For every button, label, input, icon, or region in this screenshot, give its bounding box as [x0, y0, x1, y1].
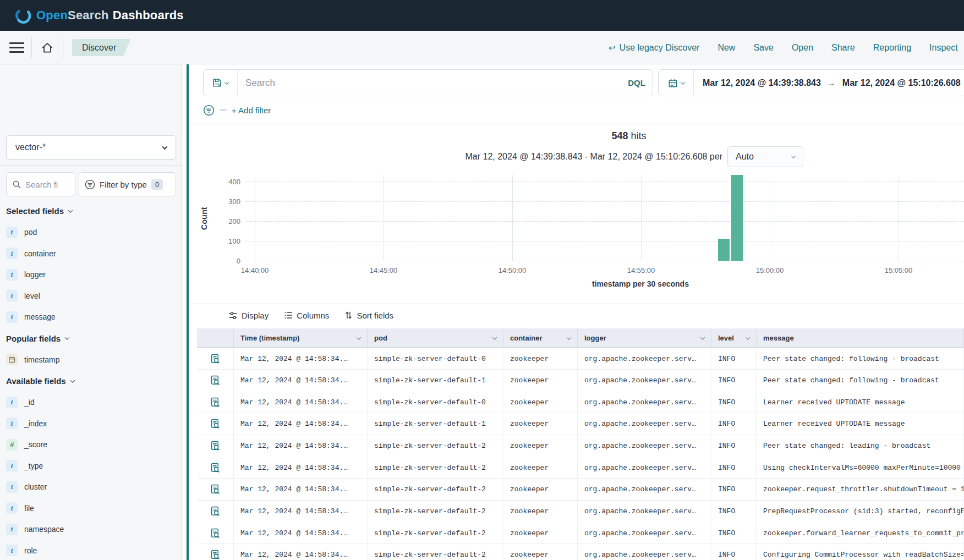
field-item-level[interactable]: tlevel — [6, 286, 179, 307]
add-filter-button[interactable]: + Add filter — [232, 106, 271, 115]
date-quick-select-button[interactable] — [659, 70, 694, 96]
field-section-available-fields[interactable]: Available fields — [6, 370, 179, 392]
column-header-time[interactable]: Time (timestamp) — [234, 328, 368, 348]
display-button[interactable]: Display — [228, 311, 269, 320]
chart-gridline — [641, 175, 642, 261]
cell-logger: org.apache.zookeeper.serv… — [578, 391, 711, 413]
expand-row-icon[interactable] — [197, 544, 234, 560]
expand-row-icon[interactable] — [197, 348, 234, 370]
nav-link-new[interactable]: New — [717, 43, 735, 53]
filter-options-icon[interactable] — [203, 105, 215, 116]
field-name: namespace — [24, 525, 64, 534]
date-from[interactable]: Mar 12, 2024 @ 14:39:38.843 — [703, 78, 821, 88]
field-item-timestamp[interactable]: timestamp — [6, 349, 179, 371]
filter-bar: + Add filter — [203, 103, 271, 117]
cell-level: INFO — [711, 348, 757, 370]
string-field-icon: t — [6, 524, 18, 535]
column-header-container[interactable]: container — [503, 328, 578, 348]
field-name: file — [24, 504, 34, 513]
column-header-level[interactable]: level — [711, 328, 757, 348]
cell-container: zookeeper — [503, 435, 578, 457]
cell-time: Mar 12, 2024 @ 14:58:34.… — [234, 479, 368, 501]
field-item-file[interactable]: tfile — [6, 498, 179, 519]
use-legacy-discover-link[interactable]: ↩Use legacy Discover — [609, 43, 699, 53]
breadcrumb[interactable]: Discover — [72, 39, 130, 56]
hits-label: hits — [631, 130, 647, 141]
cell-time: Mar 12, 2024 @ 14:58:34.… — [234, 370, 368, 392]
interval-select[interactable]: Auto — [727, 146, 803, 167]
home-icon[interactable] — [40, 41, 54, 55]
index-pattern-select[interactable]: vector-* — [6, 135, 176, 160]
divider — [63, 37, 63, 58]
field-item-container[interactable]: tcontainer — [6, 243, 179, 265]
nav-link-open[interactable]: Open — [792, 43, 813, 53]
field-section-selected-fields[interactable]: Selected fields — [6, 200, 179, 222]
chevron-down-icon[interactable] — [567, 335, 571, 339]
field-section-popular-fields[interactable]: Popular fields — [6, 328, 179, 349]
expand-row-icon[interactable] — [197, 479, 234, 501]
y-tick-label: 100 — [216, 237, 240, 245]
chart-gridline — [246, 182, 964, 182]
x-tick-label: 14:50:00 — [499, 266, 527, 274]
nav-link-share[interactable]: Share — [831, 43, 855, 53]
histogram-bar[interactable] — [731, 175, 743, 261]
search-input[interactable] — [238, 78, 621, 89]
table-row: Mar 12, 2024 @ 14:58:34.…simple-zk-serve… — [197, 457, 964, 479]
cell-pod: simple-zk-server-default-2 — [368, 522, 503, 544]
date-range[interactable]: Mar 12, 2024 @ 14:39:38.843 → Mar 12, 20… — [694, 78, 961, 88]
field-item-pod[interactable]: tpod — [6, 222, 179, 243]
hits-range-subtitle: Mar 12, 2024 @ 14:39:38.843 - Mar 12, 20… — [465, 152, 722, 162]
nav-link-reporting[interactable]: Reporting — [873, 43, 911, 53]
field-search-input[interactable] — [25, 180, 64, 189]
nav-actions: ↩Use legacy DiscoverNewSaveOpenShareRepo… — [609, 31, 964, 64]
expand-row-icon[interactable] — [197, 522, 234, 544]
nav-link-save[interactable]: Save — [753, 43, 773, 53]
histogram-bar[interactable] — [718, 239, 730, 261]
field-item-_score[interactable]: #_score — [6, 434, 179, 455]
arrow-right-icon: → — [828, 78, 836, 87]
field-name: level — [24, 292, 40, 300]
column-header-message[interactable]: message — [757, 328, 964, 348]
chart-gridline — [246, 201, 964, 202]
table-row: Mar 12, 2024 @ 14:58:34.…simple-zk-serve… — [197, 522, 964, 544]
expand-row-icon[interactable] — [197, 435, 234, 457]
field-item-cluster[interactable]: tcluster — [6, 476, 179, 498]
chevron-down-icon[interactable] — [700, 335, 705, 339]
menu-icon[interactable] — [9, 42, 24, 53]
field-item-namespace[interactable]: tnamespace — [6, 519, 179, 540]
query-language-button[interactable]: DQL — [621, 78, 653, 87]
date-to[interactable]: Mar 12, 2024 @ 15:10:26.608 — [842, 78, 961, 88]
cell-message: Peer state changed: following - broadcas… — [757, 370, 964, 392]
chevron-down-icon[interactable] — [357, 335, 361, 339]
index-pattern-value: vector-* — [15, 142, 46, 152]
field-name: message — [24, 312, 56, 321]
cell-pod: simple-zk-server-default-1 — [368, 413, 503, 435]
expand-row-icon[interactable] — [197, 457, 234, 479]
chevron-down-icon[interactable] — [492, 335, 497, 339]
chevron-down-icon[interactable] — [746, 335, 750, 339]
columns-button[interactable]: Columns — [284, 311, 329, 320]
field-item-_index[interactable]: t_index — [6, 413, 179, 435]
x-tick-label: 15:00:00 — [756, 266, 784, 274]
expand-row-icon[interactable] — [197, 501, 234, 523]
column-header-pod[interactable]: pod — [368, 328, 503, 348]
field-item-logger[interactable]: tlogger — [6, 264, 179, 286]
field-item-role[interactable]: trole — [6, 540, 179, 560]
cell-pod: simple-zk-server-default-1 — [368, 370, 503, 392]
field-item-message[interactable]: tmessage — [6, 306, 179, 328]
expand-row-icon[interactable] — [197, 370, 234, 392]
sort-fields-button[interactable]: Sort fields — [344, 311, 393, 320]
expand-row-icon[interactable] — [197, 413, 234, 435]
expand-row-icon[interactable] — [197, 391, 234, 413]
cell-pod: simple-zk-server-default-2 — [368, 501, 503, 523]
search-icon — [12, 180, 21, 189]
field-item-_id[interactable]: t_id — [6, 392, 179, 413]
nav-link-inspect[interactable]: Inspect — [929, 43, 958, 53]
column-header-logger[interactable]: logger — [578, 328, 711, 348]
cell-logger: org.apache.zookeeper.serv… — [578, 413, 711, 435]
field-item-_type[interactable]: t_type — [6, 455, 179, 477]
field-name: pod — [24, 228, 37, 237]
filter-by-type-button[interactable]: Filter by type 0 — [79, 172, 176, 196]
saved-queries-button[interactable] — [204, 70, 238, 96]
list-icon — [284, 311, 293, 320]
